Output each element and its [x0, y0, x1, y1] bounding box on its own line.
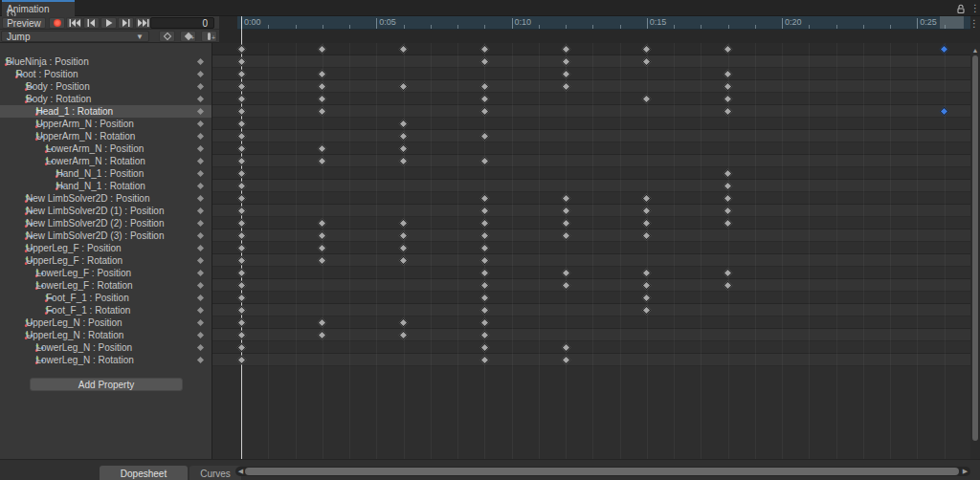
clip-name: Jump [7, 32, 30, 42]
ruler-minor-tick [674, 25, 675, 29]
go-to-first-frame-button[interactable] [66, 17, 82, 29]
property-label: Body : Position [24, 81, 90, 92]
vertical-scrollbar[interactable]: ▲ ▼ [970, 43, 980, 473]
ruler-minor-tick [592, 25, 593, 29]
property-row[interactable]: ▸New LimbSolver2D (3) : Position [0, 229, 212, 242]
ruler-minor-tick [457, 25, 458, 29]
current-frame-field[interactable] [150, 17, 214, 29]
property-row[interactable]: ▸New LimbSolver2D (1) : Position [0, 205, 212, 217]
window-tab-bar: Animation ⋮ [0, 0, 980, 16]
chevron-down-icon: ▼ [136, 33, 144, 41]
property-label: New LimbSolver2D (3) : Position [24, 230, 165, 241]
vertical-scroll-thumb[interactable] [972, 55, 978, 441]
property-row[interactable]: ▸Hand_N_1 : Position [0, 167, 212, 180]
property-row[interactable]: ▸LowerArm_N : Position [0, 142, 212, 155]
property-row[interactable]: ▸LowerLeg_N : Rotation [0, 354, 212, 366]
dopesheet-row [212, 130, 970, 142]
property-row[interactable]: ▸LowerLeg_F : Rotation [0, 279, 212, 292]
property-row[interactable]: ▸Body : Position [0, 80, 212, 93]
dopesheet-row [212, 279, 970, 292]
property-row[interactable]: ▸LowerLeg_N : Position [0, 341, 212, 354]
animation-window: Animation ⋮ Preview Jump ▼ [0, 0, 980, 480]
scroll-left-icon[interactable]: ◀ [236, 468, 245, 475]
dopesheet-row [212, 292, 970, 304]
property-row[interactable]: ▸Root : Position [0, 68, 212, 80]
frame-gridline [836, 43, 837, 459]
lock-icon[interactable] [954, 3, 968, 14]
frame-gridline [539, 43, 540, 459]
ruler-minor-tick [945, 25, 946, 29]
dopesheet-menu-icon[interactable]: ⋮ [969, 22, 979, 26]
property-row[interactable]: ▸Head_1 : Rotation [0, 105, 212, 118]
ruler-time-label: 0:15 [650, 17, 667, 27]
property-row[interactable]: ▸UpperArm_N : Position [0, 118, 212, 130]
property-row[interactable]: ▸New LimbSolver2D (2) : Position [0, 217, 212, 229]
previous-key-icon [87, 19, 96, 27]
window-menu-icon[interactable]: ⋮ [969, 3, 980, 14]
frame-gridline [592, 43, 593, 459]
frame-gridline [431, 43, 432, 459]
property-row[interactable]: ▸UpperArm_N : Rotation [0, 130, 212, 142]
ruler-time-label: 0:25 [920, 17, 937, 27]
tab-curves[interactable]: Curves [189, 466, 241, 480]
next-keyframe-button[interactable] [118, 17, 134, 29]
ruler-minor-tick [431, 25, 432, 29]
property-row[interactable]: ▸Body : Rotation [0, 93, 212, 105]
property-row[interactable]: ▸Foot_F_1 : Position [0, 292, 212, 304]
event-marker-icon [208, 33, 211, 40]
scroll-right-icon[interactable]: ▶ [961, 468, 969, 475]
preview-button[interactable]: Preview [2, 17, 46, 29]
scroll-up-icon[interactable]: ▲ [970, 45, 980, 55]
add-keyframe-button[interactable]: + [180, 31, 196, 42]
ruler-minor-tick [728, 25, 729, 29]
diamond-outline-icon [163, 33, 170, 40]
keyframe-indicator-button[interactable] [159, 31, 175, 42]
ruler-time-label: 0:00 [244, 17, 261, 27]
dopesheet-row [212, 341, 970, 354]
record-button[interactable] [49, 17, 65, 29]
frame-gridline [674, 43, 675, 459]
property-label: UpperLeg_F : Rotation [24, 255, 122, 266]
ruler-time-label: 0:10 [515, 17, 532, 27]
property-row[interactable]: ▸UpperLeg_F : Position [0, 242, 212, 254]
property-label: LowerLeg_F : Rotation [34, 280, 133, 291]
dopesheet-row [212, 55, 970, 68]
property-label: Body : Rotation [24, 94, 91, 104]
property-row[interactable]: ▸LowerArm_N : Rotation [0, 155, 212, 167]
ruler-major-tick [647, 18, 648, 29]
property-row[interactable]: ▸Hand_N_1 : Rotation [0, 180, 212, 192]
add-property-button[interactable]: Add Property [30, 378, 183, 391]
property-label: UpperLeg_N : Position [24, 317, 122, 328]
go-to-last-frame-button[interactable] [135, 17, 151, 29]
property-label: Foot_F_1 : Rotation [44, 305, 130, 316]
dopesheet-row [212, 118, 970, 130]
dopesheet-row [212, 180, 970, 192]
play-button[interactable] [100, 17, 117, 29]
property-row[interactable]: ▸UpperLeg_F : Rotation [0, 254, 212, 267]
ruler-major-tick [512, 18, 513, 29]
frame-gridline [890, 43, 891, 459]
timeline-ruler[interactable]: 0:000:050:100:150:200:25 [237, 16, 970, 30]
horizontal-scroll-thumb[interactable] [245, 468, 959, 475]
horizontal-scrollbar[interactable]: ◀ ▶ [235, 467, 970, 476]
dopesheet-grid[interactable] [212, 43, 970, 459]
tab-animation[interactable]: Animation [2, 0, 75, 16]
tab-dopesheet[interactable]: Dopesheet [100, 466, 188, 480]
ruler-minor-tick [539, 25, 540, 29]
frame-gridline [349, 43, 350, 459]
property-row[interactable]: ▸LowerLeg_F : Position [0, 267, 212, 279]
clip-dropdown[interactable]: Jump ▼ [1, 31, 149, 42]
property-row[interactable]: ▸UpperLeg_N : Rotation [0, 329, 212, 341]
property-row[interactable]: ▸UpperLeg_N : Position [0, 316, 212, 329]
add-event-button[interactable]: + [201, 31, 217, 42]
previous-keyframe-button[interactable] [83, 17, 100, 29]
dopesheet-row [212, 167, 970, 180]
property-row[interactable]: ▸BlueNinja : Position [0, 55, 212, 68]
property-row[interactable]: ▸Foot_F_1 : Rotation [0, 304, 212, 316]
frame-gridline [512, 43, 513, 459]
frame-gridline [620, 43, 621, 459]
property-label: LowerLeg_F : Position [34, 268, 132, 278]
ruler-minor-tick [296, 25, 297, 29]
property-row[interactable]: ▸New LimbSolver2D : Position [0, 192, 212, 205]
ruler-minor-tick [484, 25, 485, 29]
